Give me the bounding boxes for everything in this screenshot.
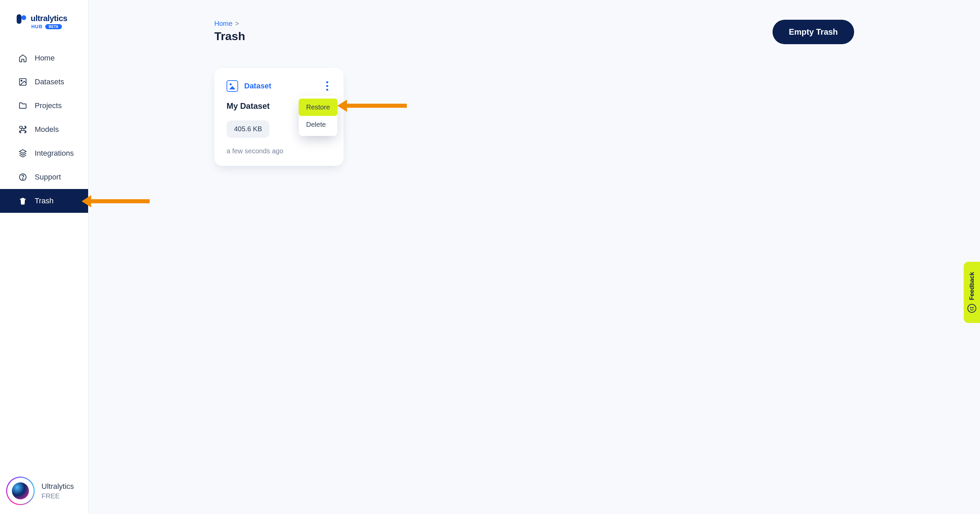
user-plan: FREE bbox=[41, 492, 74, 500]
avatar bbox=[6, 477, 35, 505]
home-icon bbox=[18, 54, 27, 63]
sidebar-item-trash[interactable]: Trash bbox=[0, 189, 88, 213]
trash-icon bbox=[18, 197, 27, 205]
sidebar-item-projects[interactable]: Projects bbox=[0, 94, 88, 117]
context-menu-restore[interactable]: Restore bbox=[299, 98, 337, 116]
logo-mark-icon bbox=[16, 14, 27, 29]
dataset-type-label: Dataset bbox=[244, 82, 271, 90]
image-icon bbox=[18, 78, 27, 86]
sidebar-item-integrations[interactable]: Integrations bbox=[0, 141, 88, 165]
svg-point-2 bbox=[21, 80, 22, 81]
annotation-arrow-sidebar bbox=[82, 195, 150, 207]
feedback-tab[interactable]: Feedback bbox=[964, 262, 980, 323]
sidebar-item-models[interactable]: Models bbox=[0, 117, 88, 141]
svg-point-4 bbox=[22, 178, 23, 179]
sidebar-item-home[interactable]: Home bbox=[0, 46, 88, 70]
beta-badge: BETA bbox=[45, 24, 62, 29]
smile-icon bbox=[967, 304, 976, 313]
sidebar-item-datasets[interactable]: Datasets bbox=[0, 70, 88, 94]
empty-trash-button[interactable]: Empty Trash bbox=[773, 20, 854, 44]
breadcrumb-root[interactable]: Home bbox=[214, 20, 232, 27]
command-icon bbox=[18, 125, 27, 134]
dataset-type-icon bbox=[226, 80, 238, 92]
sidebar-item-label: Datasets bbox=[35, 78, 64, 86]
svg-point-0 bbox=[21, 15, 26, 20]
layers-icon bbox=[18, 149, 27, 158]
help-icon bbox=[18, 173, 27, 181]
user-name: Ultralytics bbox=[41, 482, 74, 491]
dataset-size-chip: 405.6 KB bbox=[226, 121, 269, 138]
sidebar-item-support[interactable]: Support bbox=[0, 165, 88, 189]
folder-icon bbox=[18, 101, 27, 110]
breadcrumb-separator: > bbox=[235, 20, 239, 27]
sidebar-item-label: Home bbox=[35, 54, 55, 63]
nav: Home Datasets Projects Models Integratio… bbox=[0, 46, 88, 213]
brand-sub: HUB bbox=[31, 24, 43, 29]
card-menu-button[interactable] bbox=[323, 80, 331, 92]
context-menu-delete[interactable]: Delete bbox=[299, 116, 337, 133]
user-section[interactable]: Ultralytics FREE bbox=[6, 477, 74, 505]
sidebar-item-label: Models bbox=[35, 125, 59, 134]
sidebar-item-label: Projects bbox=[35, 101, 62, 110]
sidebar-item-label: Integrations bbox=[35, 149, 74, 158]
annotation-arrow-restore bbox=[337, 100, 407, 112]
context-menu: Restore Delete bbox=[299, 96, 337, 136]
feedback-label: Feedback bbox=[969, 272, 975, 300]
logo[interactable]: ultralytics HUB BETA bbox=[0, 0, 88, 40]
sidebar-item-label: Support bbox=[35, 173, 61, 181]
sidebar: ultralytics HUB BETA Home Datasets bbox=[0, 0, 88, 514]
sidebar-item-label: Trash bbox=[35, 197, 53, 205]
brand-name: ultralytics bbox=[30, 14, 67, 23]
dataset-time: a few seconds ago bbox=[226, 147, 331, 155]
